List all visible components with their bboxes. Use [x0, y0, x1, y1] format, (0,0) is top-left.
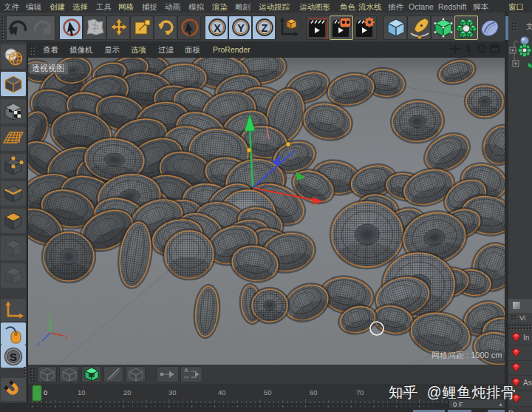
svg-text:Z: Z — [262, 22, 268, 34]
svg-text:10: 10 — [78, 388, 86, 396]
svg-text:50: 50 — [264, 388, 272, 396]
svg-text:X: X — [65, 334, 69, 340]
svg-text:Y: Y — [237, 22, 245, 34]
svg-text:网格间距 : 1000 cm: 网格间距 : 1000 cm — [432, 351, 502, 359]
svg-text:60: 60 — [310, 388, 318, 396]
svg-text:X: X — [214, 22, 221, 34]
svg-text:Z: Z — [37, 342, 41, 347]
svg-text:70: 70 — [356, 388, 364, 396]
svg-text:Y: Y — [47, 312, 51, 317]
svg-text:透视视图: 透视视图 — [32, 64, 64, 72]
svg-text:S: S — [10, 351, 17, 363]
svg-text:20: 20 — [123, 388, 132, 396]
svg-text:40: 40 — [218, 388, 226, 396]
svg-text:0: 0 — [44, 388, 47, 396]
svg-text:30: 30 — [168, 388, 177, 396]
